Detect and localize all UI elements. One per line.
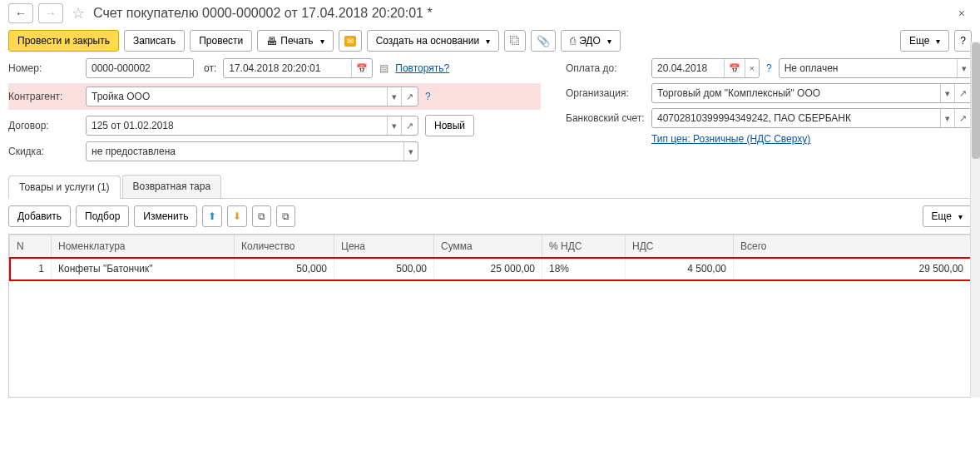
pay-until-input[interactable]: 20.04.2018 📅 × xyxy=(651,58,760,78)
print-button[interactable]: Печать xyxy=(257,30,333,52)
edo-icon xyxy=(570,35,576,47)
caret-icon xyxy=(933,35,940,47)
dropdown-icon[interactable]: ▾ xyxy=(403,142,418,161)
save-button[interactable]: Записать xyxy=(124,30,185,52)
email-button[interactable]: ✉ xyxy=(339,30,362,52)
dropdown-icon[interactable]: ▾ xyxy=(387,87,401,106)
discount-input[interactable]: не предоставлена ▾ xyxy=(86,141,418,161)
open-icon[interactable]: ↗ xyxy=(401,116,418,135)
table-header-row: N Номенклатура Количество Цена Сумма % Н… xyxy=(10,235,971,258)
mail-icon: ✉ xyxy=(344,36,356,47)
col-n[interactable]: N xyxy=(10,235,52,258)
bank-input[interactable]: 40702810399994349242, ПАО СБЕРБАНК ▾ ↗ xyxy=(651,108,972,128)
cell-n[interactable]: 1 xyxy=(10,258,52,280)
caret-icon xyxy=(955,210,963,222)
paste-button[interactable] xyxy=(276,205,295,227)
more-button[interactable]: Еще xyxy=(900,30,949,52)
cell-sum[interactable]: 25 000,00 xyxy=(434,258,542,280)
move-up-button[interactable]: ⬆ xyxy=(202,205,222,227)
dropdown-icon[interactable]: ▾ xyxy=(387,116,401,135)
structure-button[interactable] xyxy=(504,30,526,52)
help-icon[interactable]: ? xyxy=(766,62,772,74)
page-title: Счет покупателю 0000-000002 от 17.04.201… xyxy=(93,6,433,21)
structure-icon xyxy=(510,35,520,47)
tabs: Товары и услуги (1) Возвратная тара xyxy=(8,175,972,199)
scroll-thumb[interactable] xyxy=(972,42,980,159)
attach-button[interactable] xyxy=(531,30,556,52)
caret-icon xyxy=(604,35,611,47)
table-empty-area[interactable] xyxy=(10,280,971,397)
number-input[interactable]: 0000-000002 xyxy=(86,58,194,78)
counterparty-input[interactable]: Тройка ООО ▾ ↗ xyxy=(86,87,418,106)
cell-qty[interactable]: 50,000 xyxy=(235,258,334,280)
nav-back-button[interactable]: ← xyxy=(8,3,33,23)
col-vat-rate[interactable]: % НДС xyxy=(542,235,626,258)
caret-icon xyxy=(317,35,324,47)
print-label: Печать xyxy=(280,35,313,47)
add-row-button[interactable]: Добавить xyxy=(8,205,71,227)
cell-vat-rate[interactable]: 18% xyxy=(542,258,626,280)
col-qty[interactable]: Количество xyxy=(235,235,334,258)
more-label: Еще xyxy=(909,35,929,47)
org-label: Организация: xyxy=(566,84,645,102)
col-total[interactable]: Всего xyxy=(734,235,971,258)
counterparty-label: Контрагент: xyxy=(8,87,79,106)
org-input[interactable]: Торговый дом "Комплексный" ООО ▾ ↗ xyxy=(651,83,972,103)
col-vat[interactable]: НДС xyxy=(626,235,734,258)
help-button[interactable]: ? xyxy=(954,30,972,52)
close-button[interactable]: × xyxy=(952,3,972,23)
org-value: Торговый дом "Комплексный" ООО xyxy=(652,87,940,99)
post-and-close-button[interactable]: Провести и закрыть xyxy=(8,30,119,52)
calendar-icon[interactable]: 📅 xyxy=(351,59,372,77)
dropdown-icon[interactable]: ▾ xyxy=(940,109,954,127)
contract-input[interactable]: 125 от 01.02.2018 ▾ ↗ xyxy=(86,116,418,136)
bank-value: 40702810399994349242, ПАО СБЕРБАНК xyxy=(652,112,940,124)
repeat-icon[interactable]: ▤ xyxy=(379,62,389,74)
discount-label: Скидка: xyxy=(8,142,79,161)
edo-button[interactable]: ЭДО xyxy=(561,30,621,52)
col-nomenclature[interactable]: Номенклатура xyxy=(52,235,235,258)
cell-total[interactable]: 29 500,00 xyxy=(734,258,971,280)
pay-status-input[interactable]: Не оплачен ▾ xyxy=(779,58,972,78)
cell-vat[interactable]: 4 500,00 xyxy=(626,258,734,280)
create-based-button[interactable]: Создать на основании xyxy=(367,30,500,52)
open-icon[interactable]: ↗ xyxy=(954,109,971,127)
open-icon[interactable]: ↗ xyxy=(954,84,971,102)
calendar-icon[interactable]: 📅 xyxy=(724,59,745,77)
pay-until-value: 20.04.2018 xyxy=(652,62,724,74)
tab-returnable[interactable]: Возвратная тара xyxy=(122,175,222,198)
post-button[interactable]: Провести xyxy=(190,30,252,52)
open-icon[interactable]: ↗ xyxy=(401,87,418,106)
pick-button[interactable]: Подбор xyxy=(76,205,129,227)
tab-goods[interactable]: Товары и услуги (1) xyxy=(8,176,121,199)
nav-forward-button[interactable]: → xyxy=(38,3,63,23)
new-contract-button[interactable]: Новый xyxy=(425,115,474,136)
discount-value: не предоставлена xyxy=(87,146,403,157)
table-row[interactable]: 1 Конфеты "Батончик" 50,000 500,00 25 00… xyxy=(10,258,971,280)
goods-table: N Номенклатура Количество Цена Сумма % Н… xyxy=(8,234,972,398)
table-more-button[interactable]: Еще xyxy=(923,205,972,227)
date-input[interactable]: 17.04.2018 20:20:01 📅 xyxy=(223,58,373,78)
repeat-link[interactable]: Повторять? xyxy=(395,62,449,74)
main-toolbar: Провести и закрыть Записать Провести Печ… xyxy=(0,30,980,58)
dropdown-icon[interactable]: ▾ xyxy=(957,59,971,77)
price-type-link[interactable]: Тип цен: Розничные (НДС Сверху) xyxy=(651,133,810,145)
favorite-icon[interactable]: ☆ xyxy=(72,4,85,22)
col-price[interactable]: Цена xyxy=(334,235,434,258)
edit-row-button[interactable]: Изменить xyxy=(134,205,197,227)
cell-price[interactable]: 500,00 xyxy=(334,258,434,280)
create-based-label: Создать на основании xyxy=(376,35,480,47)
col-sum[interactable]: Сумма xyxy=(434,235,542,258)
vertical-scrollbar[interactable] xyxy=(970,42,980,398)
move-down-button[interactable]: ⬇ xyxy=(227,205,247,227)
more-label: Еще xyxy=(932,210,952,222)
dropdown-icon[interactable]: ▾ xyxy=(940,84,954,102)
counterparty-value: Тройка ООО xyxy=(87,91,387,102)
contract-value: 125 от 01.02.2018 xyxy=(87,120,387,131)
clear-icon[interactable]: × xyxy=(745,59,759,77)
cell-nomenclature[interactable]: Конфеты "Батончик" xyxy=(52,258,235,280)
help-icon[interactable]: ? xyxy=(425,91,431,102)
number-label: Номер: xyxy=(8,59,79,77)
copy-button[interactable] xyxy=(252,205,271,227)
number-value: 0000-000002 xyxy=(87,62,193,74)
